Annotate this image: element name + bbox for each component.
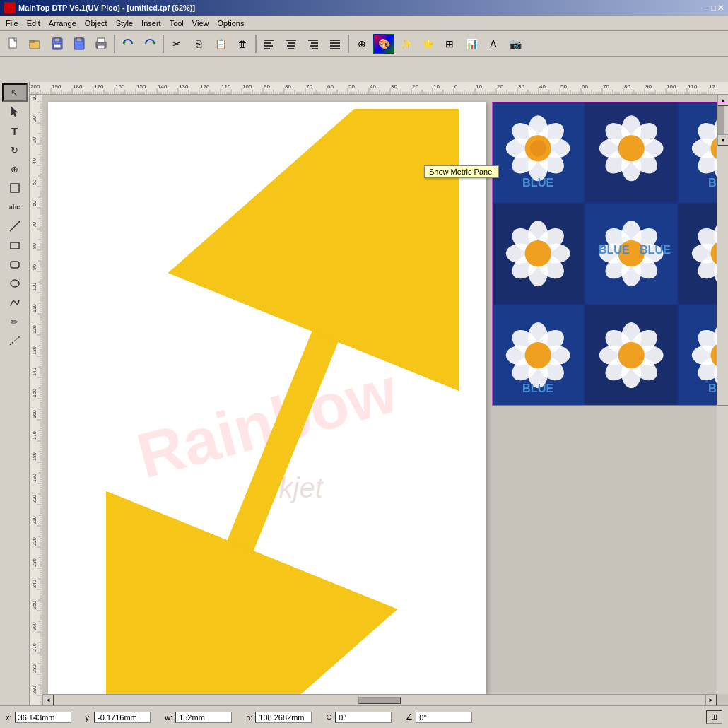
toolbar-row1: ✂ ⎘ 📋 🗑 ⊕ 🎨 ✨ ⭐ ⊞ 📊 A 📷 xyxy=(0,31,728,57)
svg-rect-26 xyxy=(330,42,340,44)
h-value: 108.2682mm xyxy=(255,712,312,723)
menu-file[interactable]: File xyxy=(1,18,23,29)
print-btn[interactable] xyxy=(90,34,112,54)
scroll-down-btn[interactable]: ▼ xyxy=(717,134,728,146)
svg-rect-27 xyxy=(330,45,340,47)
svg-line-35 xyxy=(10,336,20,345)
svg-rect-21 xyxy=(308,40,318,41)
star-btn[interactable]: ⭐ xyxy=(417,34,438,54)
svg-rect-18 xyxy=(288,42,295,44)
flower-cell-4 xyxy=(492,203,585,304)
resize-handle[interactable]: ⊞ xyxy=(706,710,722,724)
paste-btn[interactable]: 📋 xyxy=(210,34,231,54)
svg-point-77 xyxy=(525,240,551,266)
grid-btn[interactable]: ⊞ xyxy=(439,34,460,54)
svg-text:BLUE: BLUE xyxy=(523,382,554,394)
align-left-btn[interactable] xyxy=(259,34,280,54)
tool-textbox[interactable]: abc xyxy=(2,198,28,216)
svg-rect-15 xyxy=(264,45,273,47)
y-value: -0.1716mm xyxy=(94,712,151,723)
svg-rect-23 xyxy=(310,45,318,47)
x-value: 36.143mm xyxy=(15,712,71,723)
menu-view[interactable]: View xyxy=(188,18,213,29)
tool-zoom[interactable]: ⊕ xyxy=(2,160,28,178)
minimize-btn[interactable]: ─ xyxy=(705,4,710,12)
delete-btn[interactable]: 🗑 xyxy=(232,34,253,54)
canvas-area[interactable]: Rainbow Inkjet xyxy=(42,95,728,705)
scroll-right-btn[interactable]: ► xyxy=(705,695,717,706)
tool-rect[interactable] xyxy=(2,236,28,254)
close-btn[interactable]: ✕ xyxy=(717,4,724,13)
scroll-thumb-v[interactable] xyxy=(717,106,724,134)
svg-rect-9 xyxy=(98,38,105,42)
tool-frame[interactable] xyxy=(2,179,28,197)
svg-point-48 xyxy=(530,140,546,156)
watermark-text: Rainbow xyxy=(130,354,405,493)
copy-btn[interactable]: ⎘ xyxy=(188,34,209,54)
align-right-btn[interactable] xyxy=(303,34,324,54)
tool-curve[interactable] xyxy=(2,293,28,312)
tool-dotted[interactable] xyxy=(2,331,28,350)
svg-point-58 xyxy=(618,135,644,161)
menu-style[interactable]: Style xyxy=(112,18,137,29)
angle1-label: ⊙ xyxy=(326,712,332,722)
cut-btn[interactable]: ✂ xyxy=(166,34,187,54)
ruler-vertical xyxy=(30,95,42,705)
svg-rect-19 xyxy=(287,45,295,47)
tool-ellipse[interactable] xyxy=(2,274,28,293)
svg-marker-29 xyxy=(11,107,18,117)
menu-insert[interactable]: Insert xyxy=(137,18,165,29)
tool-rotate[interactable]: ↻ xyxy=(2,141,28,159)
w-label: w: xyxy=(165,713,172,722)
svg-rect-10 xyxy=(98,45,105,49)
scrollbar-horizontal[interactable]: ◄ ► xyxy=(42,694,717,705)
y-label: y: xyxy=(86,713,92,722)
undo-btn[interactable] xyxy=(117,34,139,54)
svg-point-106 xyxy=(525,342,551,368)
document-page: Rainbow Inkjet xyxy=(48,102,486,705)
tool-pointer[interactable] xyxy=(2,102,28,121)
scroll-thumb-h[interactable] xyxy=(358,697,401,704)
title-text: MainTop DTP V6.1(UV Pico) - [untitled.tp… xyxy=(18,4,195,12)
chart-btn[interactable]: 📊 xyxy=(461,34,482,54)
svg-point-34 xyxy=(11,280,19,287)
svg-text:BLUE: BLUE xyxy=(598,243,629,256)
angle2-value: 0° xyxy=(416,712,472,723)
effects-btn[interactable]: ✨ xyxy=(395,34,416,54)
menu-edit[interactable]: Edit xyxy=(23,18,45,29)
scrollbar-vertical[interactable]: ▲ ▼ xyxy=(717,95,728,694)
scroll-up-btn[interactable]: ▲ xyxy=(717,95,728,106)
h-label: h: xyxy=(246,713,252,722)
svg-rect-30 xyxy=(11,184,19,192)
align-center-btn[interactable] xyxy=(281,34,302,54)
justify-btn[interactable] xyxy=(324,34,346,54)
text2-btn[interactable]: A xyxy=(483,34,504,54)
flower-cell-2 xyxy=(585,102,677,203)
maximize-btn[interactable]: □ xyxy=(711,4,716,12)
redo-btn[interactable] xyxy=(139,34,160,54)
tool-text[interactable]: T xyxy=(2,122,28,140)
tool-roundrect[interactable] xyxy=(2,255,28,274)
menu-tool[interactable]: Tool xyxy=(165,18,188,29)
tool-pen[interactable]: ✏ xyxy=(2,312,28,331)
tool-select[interactable]: ↖ xyxy=(2,83,28,102)
ruler-horizontal xyxy=(30,82,728,95)
save-btn[interactable] xyxy=(47,34,68,54)
svg-rect-7 xyxy=(76,38,82,42)
new-btn[interactable] xyxy=(3,34,24,54)
open-btn[interactable] xyxy=(25,34,46,54)
tool-line[interactable] xyxy=(2,217,28,235)
save2-btn[interactable] xyxy=(69,34,90,54)
scroll-left-btn[interactable]: ◄ xyxy=(42,695,54,706)
menu-arrange[interactable]: Arrange xyxy=(45,18,81,29)
camera-btn[interactable]: 📷 xyxy=(505,34,526,54)
width-w: w: 152mm xyxy=(165,712,232,723)
svg-rect-25 xyxy=(330,40,340,41)
svg-point-116 xyxy=(618,342,644,368)
menu-options[interactable]: Options xyxy=(213,18,248,29)
svg-rect-14 xyxy=(264,42,271,44)
menu-object[interactable]: Object xyxy=(81,18,112,29)
move-btn[interactable]: ⊕ xyxy=(351,34,372,54)
svg-rect-5 xyxy=(54,44,61,48)
color-btn[interactable]: 🎨 xyxy=(373,34,394,54)
